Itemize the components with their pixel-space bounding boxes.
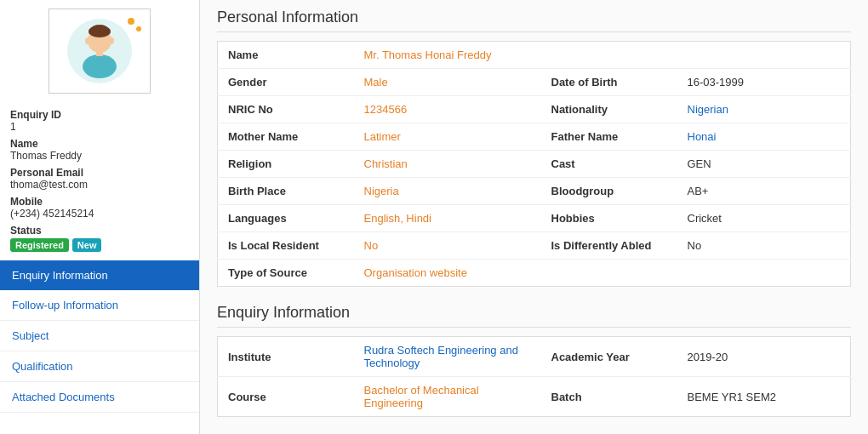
field-label: Course: [218, 377, 354, 417]
field-label: Type of Source: [218, 260, 354, 287]
field-label: Bloodgroup: [541, 178, 677, 205]
enquiry-info-table: Institute Rudra Softech Engineering and …: [217, 336, 851, 417]
nav-enquiry-information[interactable]: Enquiry Information: [0, 260, 199, 290]
svg-point-7: [109, 37, 114, 44]
sidebar-info: Enquiry ID 1 Name Thomas Freddy Personal…: [0, 104, 199, 252]
table-row: Gender Male Date of Birth 16-03-1999: [218, 69, 851, 96]
nav-attached-documents[interactable]: Attached Documents: [0, 382, 199, 413]
field-label: Gender: [218, 69, 354, 96]
field-label: Academic Year: [541, 337, 677, 377]
field-label: Is Local Resident: [218, 232, 354, 260]
field-value: No: [677, 232, 851, 260]
field-value: Honai: [677, 123, 851, 151]
field-label: Nationality: [541, 96, 677, 123]
field-value: Cricket: [677, 205, 851, 232]
field-value: Organisation website: [354, 260, 851, 287]
svg-rect-5: [96, 49, 103, 56]
field-value: AB+: [677, 178, 851, 205]
field-value: Nigeria: [354, 178, 541, 205]
avatar-box: [49, 9, 151, 94]
svg-point-4: [83, 54, 117, 78]
nav-followup-information[interactable]: Follow-up Information: [0, 290, 199, 321]
field-value: Mr. Thomas Honai Freddy: [354, 42, 851, 69]
field-label: Hobbies: [541, 205, 677, 232]
field-label: Date of Birth: [541, 69, 677, 96]
sidebar: Enquiry ID 1 Name Thomas Freddy Personal…: [0, 0, 200, 434]
field-value: 1234566: [354, 96, 541, 123]
field-label: Religion: [218, 151, 354, 178]
badge-registered: Registered: [10, 238, 69, 252]
nav-subject[interactable]: Subject: [0, 321, 199, 351]
field-label: Cast: [541, 151, 677, 178]
table-row: Religion Christian Cast GEN: [218, 151, 851, 178]
field-value: Nigerian: [677, 96, 851, 123]
field-value: 16-03-1999: [677, 69, 851, 96]
dot-decoration-1: [128, 18, 134, 25]
field-label: Father Name: [541, 123, 677, 151]
field-value: No: [354, 232, 541, 260]
avatar: [66, 17, 134, 85]
field-label: Mother Name: [218, 123, 354, 151]
name-label: Name: [10, 138, 189, 150]
table-row: Course Bachelor of Mechanical Engineerin…: [218, 377, 851, 417]
table-row: Is Local Resident No Is Differently Able…: [218, 232, 851, 260]
field-value: Male: [354, 69, 541, 96]
table-row: NRIC No 1234566 Nationality Nigerian: [218, 96, 851, 123]
enquiry-id-label: Enquiry ID: [10, 109, 189, 121]
field-label: Birth Place: [218, 178, 354, 205]
field-label: Name: [218, 42, 354, 69]
enquiry-info-title: Enquiry Information: [217, 304, 851, 328]
email-label: Personal Email: [10, 167, 189, 179]
main-content: Personal Information Name Mr. Thomas Hon…: [200, 0, 868, 434]
table-row: Birth Place Nigeria Bloodgroup AB+: [218, 178, 851, 205]
svg-point-3: [91, 25, 108, 33]
mobile-value: (+234) 452145214: [10, 208, 189, 220]
name-value: Thomas Freddy: [10, 150, 189, 162]
field-value: BEME YR1 SEM2: [677, 377, 851, 417]
field-value: English, Hindi: [354, 205, 541, 232]
personal-info-table: Name Mr. Thomas Honai Freddy Gender Male…: [217, 41, 851, 287]
status-badges: Registered New: [10, 238, 189, 252]
field-value: Christian: [354, 151, 541, 178]
dot-decoration-2: [136, 26, 141, 31]
nav-menu: Enquiry Information Follow-up Informatio…: [0, 260, 199, 413]
field-value: Bachelor of Mechanical Engineering: [354, 377, 541, 417]
status-label: Status: [10, 225, 189, 237]
table-row: Type of Source Organisation website: [218, 260, 851, 287]
field-label: Batch: [541, 377, 677, 417]
field-label: Is Differently Abled: [541, 232, 677, 260]
table-row: Mother Name Latimer Father Name Honai: [218, 123, 851, 151]
field-value: Rudra Softech Engineering and Technology: [354, 337, 541, 377]
personal-info-title: Personal Information: [217, 9, 851, 32]
field-label: Languages: [218, 205, 354, 232]
field-value: 2019-20: [677, 337, 851, 377]
nav-qualification[interactable]: Qualification: [0, 351, 199, 382]
table-row: Institute Rudra Softech Engineering and …: [218, 337, 851, 377]
enquiry-id-value: 1: [10, 121, 189, 133]
field-label: Institute: [218, 337, 354, 377]
svg-point-6: [85, 37, 90, 44]
email-value: thoma@test.com: [10, 179, 189, 191]
mobile-label: Mobile: [10, 196, 189, 208]
table-row: Name Mr. Thomas Honai Freddy: [218, 42, 851, 69]
badge-new: New: [72, 238, 102, 252]
field-value: GEN: [677, 151, 851, 178]
table-row: Languages English, Hindi Hobbies Cricket: [218, 205, 851, 232]
field-label: NRIC No: [218, 96, 354, 123]
field-value: Latimer: [354, 123, 541, 151]
